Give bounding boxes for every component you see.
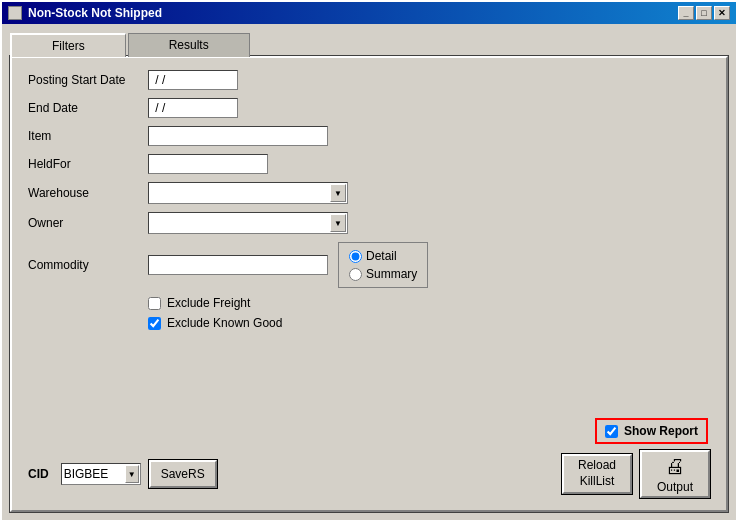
main-window: Non-Stock Not Shipped _ □ ✕ Filters Resu… — [0, 0, 738, 522]
heldfor-label: HeldFor — [28, 157, 148, 171]
warehouse-label: Warehouse — [28, 186, 148, 200]
printer-icon: 🖨 — [665, 455, 685, 478]
exclude-freight-checkbox[interactable] — [148, 297, 161, 310]
summary-radio[interactable] — [349, 268, 362, 281]
detail-radio[interactable] — [349, 250, 362, 263]
heldfor-row: HeldFor — [28, 154, 710, 174]
close-button[interactable]: ✕ — [714, 6, 730, 20]
titlebar: Non-Stock Not Shipped _ □ ✕ — [2, 2, 736, 24]
item-row: Item — [28, 126, 710, 146]
end-date-label: End Date — [28, 101, 148, 115]
exclude-known-good-row: Exclude Known Good — [148, 316, 710, 330]
commodity-label: Commodity — [28, 258, 148, 272]
show-report-checkbox[interactable] — [605, 425, 618, 438]
warehouse-row: Warehouse ▼ — [28, 182, 710, 204]
footer-row: CID BIGBEE ▼ SaveRS Reload KillList — [28, 450, 710, 498]
cid-label: CID — [28, 467, 49, 481]
summary-radio-label[interactable]: Summary — [349, 267, 417, 281]
summary-radio-text: Summary — [366, 267, 417, 281]
warehouse-dropdown[interactable] — [148, 182, 348, 204]
exclude-freight-label: Exclude Freight — [167, 296, 250, 310]
tab-filters[interactable]: Filters — [10, 33, 126, 57]
posting-start-date-label: Posting Start Date — [28, 73, 148, 87]
detail-radio-text: Detail — [366, 249, 397, 263]
cid-dropdown-wrapper: BIGBEE ▼ — [61, 463, 141, 485]
warehouse-dropdown-wrapper: ▼ — [148, 182, 348, 204]
owner-label: Owner — [28, 216, 148, 230]
save-rs-button[interactable]: SaveRS — [149, 460, 217, 488]
owner-row: Owner ▼ — [28, 212, 710, 234]
output-label: Output — [657, 480, 693, 494]
titlebar-buttons: _ □ ✕ — [678, 6, 730, 20]
commodity-row: Commodity Detail Summary — [28, 242, 710, 288]
content-area: Filters Results Posting Start Date End D… — [2, 24, 736, 520]
owner-dropdown[interactable] — [148, 212, 348, 234]
exclude-freight-row: Exclude Freight — [148, 296, 710, 310]
titlebar-title-group: Non-Stock Not Shipped — [8, 6, 162, 20]
filters-panel: Posting Start Date End Date Item HeldFor… — [10, 56, 728, 512]
item-input[interactable] — [148, 126, 328, 146]
posting-start-date-row: Posting Start Date — [28, 70, 710, 90]
detail-radio-label[interactable]: Detail — [349, 249, 417, 263]
cid-dropdown[interactable]: BIGBEE — [61, 463, 141, 485]
app-icon — [8, 6, 22, 20]
tab-results[interactable]: Results — [128, 33, 250, 57]
maximize-button[interactable]: □ — [696, 6, 712, 20]
output-button[interactable]: 🖨 Output — [640, 450, 710, 498]
minimize-button[interactable]: _ — [678, 6, 694, 20]
owner-dropdown-wrapper: ▼ — [148, 212, 348, 234]
commodity-input[interactable] — [148, 255, 328, 275]
show-report-label: Show Report — [624, 424, 698, 438]
show-report-row: Show Report — [28, 418, 710, 444]
tab-bar: Filters Results — [10, 32, 728, 56]
detail-summary-group: Detail Summary — [338, 242, 428, 288]
exclude-known-good-label: Exclude Known Good — [167, 316, 282, 330]
end-date-row: End Date — [28, 98, 710, 118]
window-title: Non-Stock Not Shipped — [28, 6, 162, 20]
show-report-box: Show Report — [595, 418, 708, 444]
posting-start-date-input[interactable] — [148, 70, 238, 90]
reload-killist-button[interactable]: Reload KillList — [562, 454, 632, 494]
exclude-known-good-checkbox[interactable] — [148, 317, 161, 330]
bottom-area: Show Report CID BIGBEE ▼ SaveRS — [28, 418, 710, 498]
heldfor-input[interactable] — [148, 154, 268, 174]
end-date-input[interactable] — [148, 98, 238, 118]
item-label: Item — [28, 129, 148, 143]
